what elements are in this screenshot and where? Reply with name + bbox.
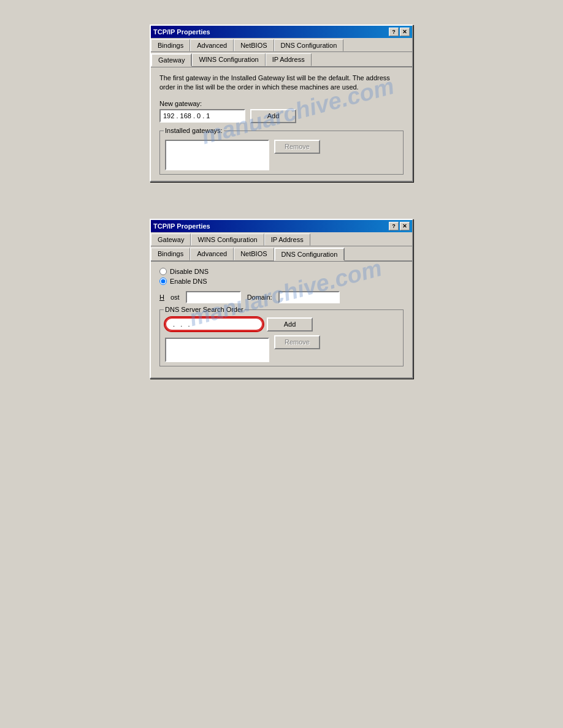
new-gateway-input[interactable] [159, 109, 245, 123]
tcpip-dialog2: TCP/IP Properties ? ✕ Gateway WINS Confi… [150, 219, 413, 379]
disable-dns-radio[interactable] [159, 268, 167, 275]
host-label-rest: ost [170, 294, 180, 301]
remove-btn-group: Remove [274, 140, 320, 154]
tcpip-dialog1: TCP/IP Properties ? ✕ Bindings Advanced … [150, 25, 413, 182]
tab-bindings-1[interactable]: Bindings [151, 39, 190, 51]
tab-bindings-2[interactable]: Bindings [151, 248, 190, 260]
tab-netbios-1[interactable]: NetBIOS [234, 39, 274, 51]
remove-gateway-button[interactable]: Remove [274, 140, 320, 154]
domain-input[interactable] [278, 291, 340, 303]
domain-label: Domain: [247, 294, 272, 301]
tab-dns-config-1[interactable]: DNS Configuration [274, 39, 344, 51]
disable-dns-label: Disable DNS [170, 268, 209, 275]
title-bar-buttons-1: ? ✕ [389, 28, 410, 36]
remove-dns-button[interactable]: Remove [274, 335, 320, 349]
installed-list[interactable] [165, 140, 269, 170]
tab-ipaddress-2[interactable]: IP Address [264, 233, 310, 246]
title-bar-buttons-2: ? ✕ [389, 222, 410, 230]
installed-gateways-label: Installed gateways: [164, 127, 224, 134]
dialog2-title: TCP/IP Properties [153, 222, 210, 230]
host-label: H [159, 294, 164, 301]
tab-netbios-2[interactable]: NetBIOS [234, 248, 274, 260]
close-button-2[interactable]: ✕ [400, 222, 410, 230]
dns-search-row: Add [165, 317, 398, 332]
tab-advanced-1[interactable]: Advanced [190, 39, 234, 51]
tab-wins-1[interactable]: WINS Configuration [192, 53, 265, 66]
enable-dns-label: Enable DNS [170, 278, 207, 285]
host-input[interactable] [186, 291, 241, 303]
tab-advanced-2[interactable]: Advanced [190, 248, 234, 260]
dialog1-title: TCP/IP Properties [153, 28, 210, 36]
add-dns-button[interactable]: Add [267, 317, 313, 332]
close-button-1[interactable]: ✕ [400, 28, 410, 36]
remove-dns-btn-group: Remove [274, 335, 320, 349]
tabs-row2-dialog1: Gateway WINS Configuration IP Address [151, 52, 412, 67]
installed-gateways-group: Installed gateways: Remove [159, 131, 404, 175]
tab-wins-2[interactable]: WINS Configuration [191, 233, 264, 246]
dns-list-row: Remove [165, 335, 398, 362]
tabs-row1-dialog2: Gateway WINS Configuration IP Address [151, 232, 412, 246]
dialog1-body: The first gateway in the Installed Gatew… [151, 67, 412, 181]
dns-server-input[interactable] [165, 317, 263, 331]
enable-dns-radio-item: Enable DNS [159, 278, 404, 285]
gateway-input-group: Add [159, 109, 404, 123]
dialog2-body: Disable DNS Enable DNS Host Domain: DNS … [151, 262, 412, 377]
add-gateway-button[interactable]: Add [250, 109, 296, 123]
title-bar-1: TCP/IP Properties ? ✕ [151, 26, 412, 38]
enable-dns-radio[interactable] [159, 278, 167, 285]
tab-ipaddress-1[interactable]: IP Address [266, 53, 312, 66]
tabs-row2-dialog2: Bindings Advanced NetBIOS DNS Configurat… [151, 246, 412, 262]
tab-dns-config-active[interactable]: DNS Configuration [274, 248, 345, 261]
dialog2-container: manuarchive.com TCP/IP Properties ? ✕ Ga… [150, 219, 413, 379]
tab-gateway-2[interactable]: Gateway [151, 233, 191, 246]
help-button-2[interactable]: ? [389, 222, 399, 230]
tab-gateway-active[interactable]: Gateway [151, 53, 192, 67]
new-gateway-label: New gateway: [159, 100, 404, 107]
installed-row: Remove [165, 140, 398, 170]
dialog1-container: manuarchive.com TCP/IP Properties ? ✕ Bi… [150, 25, 413, 182]
dns-radio-group: Disable DNS Enable DNS [159, 268, 404, 285]
dns-list[interactable] [165, 338, 269, 362]
disable-dns-radio-item: Disable DNS [159, 268, 404, 275]
dns-server-label: DNS Server Search Order [164, 306, 245, 313]
tabs-row1-dialog1: Bindings Advanced NetBIOS DNS Configurat… [151, 38, 412, 52]
host-domain-row: Host Domain: [159, 291, 404, 303]
help-button-1[interactable]: ? [389, 28, 399, 36]
title-bar-2: TCP/IP Properties ? ✕ [151, 220, 412, 232]
dns-server-group: DNS Server Search Order Add Remove [159, 309, 404, 366]
gateway-info-text: The first gateway in the Installed Gatew… [159, 74, 404, 93]
